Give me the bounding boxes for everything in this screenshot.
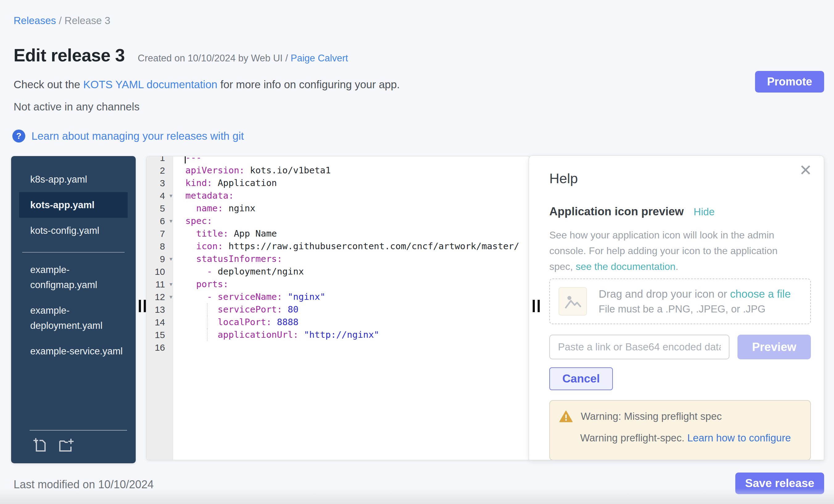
code-text: applicationUrl: "http://nginx" [173, 328, 379, 341]
line-number: 2 [147, 164, 173, 177]
sidebar-resize-handle[interactable] [139, 300, 146, 312]
code-line-6[interactable]: 6▾spec: [147, 215, 529, 227]
code-line-9[interactable]: 9▾ statusInformers: [147, 253, 529, 265]
code-text: - serviceName: "nginx" [173, 290, 325, 303]
line-number: 5 [147, 202, 173, 215]
cancel-button[interactable]: Cancel [549, 367, 613, 390]
dropzone-text: Drag and drop your icon or choose a file… [599, 288, 791, 315]
icon-preview-title: Application icon preview [549, 205, 684, 218]
git-help-row: ? Learn about managing your releases wit… [12, 130, 244, 143]
save-release-button[interactable]: Save release [735, 473, 824, 494]
code-lines: 1---2apiVersion: kots.io/v1beta13kind: A… [147, 156, 529, 354]
code-line-12[interactable]: 12▾ - serviceName: "nginx" [147, 290, 529, 303]
code-text: title: App Name [173, 227, 277, 240]
close-icon[interactable]: ✕ [799, 162, 812, 178]
dropzone-hint: File must be a .PNG, .JPEG, or .JPG [599, 303, 791, 315]
author-link[interactable]: Paige Calvert [290, 53, 348, 64]
sidebar-file-k8s-app.yaml[interactable]: k8s-app.yaml [19, 167, 128, 192]
breadcrumb: Releases / Release 3 [14, 15, 110, 26]
sidebar-file-kots-app.yaml[interactable]: kots-app.yaml [19, 192, 128, 218]
icon-preview-description: See how your application icon will look … [549, 227, 787, 275]
breadcrumb-separator: / [56, 15, 65, 26]
code-line-16[interactable]: 16 [147, 341, 529, 354]
line-number: 14 [147, 316, 173, 328]
choose-file-link[interactable]: choose a file [730, 288, 791, 300]
preview-button[interactable]: Preview [738, 335, 811, 359]
sidebar-file-example-configmap.yaml[interactable]: example-configmap.yaml [19, 257, 128, 298]
code-line-1[interactable]: 1--- [147, 156, 529, 164]
hide-link[interactable]: Hide [694, 206, 715, 218]
help-panel-resize-handle[interactable] [533, 300, 540, 312]
icon-dropzone[interactable]: Drag and drop your icon or choose a file… [549, 279, 811, 324]
icon-url-input[interactable] [549, 335, 729, 359]
warning-detail: Warning preflight-spec. [580, 432, 687, 443]
docs-suffix: for more info on configuring your app. [217, 78, 400, 90]
code-line-7[interactable]: 7 title: App Name [147, 227, 529, 240]
line-number: 16 [147, 341, 173, 354]
created-info: Created on 10/10/2024 by Web UI / Paige … [138, 53, 348, 64]
docs-prefix: Check out the [14, 78, 83, 90]
code-line-5[interactable]: 5 name: nginx [147, 202, 529, 215]
fold-arrow-icon[interactable]: ▾ [169, 290, 172, 303]
sidebar-file-example-service.yaml[interactable]: example-service.yaml [19, 338, 128, 364]
line-number: 8 [147, 240, 173, 253]
code-line-11[interactable]: 11▾ ports: [147, 278, 529, 290]
icon-preview-section: Application icon preview Hide [549, 205, 715, 218]
file-sidebar: k8s-app.yamlkots-app.yamlkots-config.yam… [11, 156, 136, 463]
git-releases-link[interactable]: Learn about managing your releases with … [31, 130, 244, 142]
code-line-10[interactable]: 10 - deployment/nginx [147, 265, 529, 278]
see-documentation-link[interactable]: see the documentation [575, 261, 676, 272]
code-text [173, 341, 185, 354]
line-number: 4▾ [147, 190, 173, 202]
kots-yaml-docs-link[interactable]: KOTS YAML documentation [83, 78, 217, 90]
sidebar-file-list: k8s-app.yamlkots-app.yamlkots-config.yam… [11, 156, 136, 364]
last-modified-text: Last modified on 10/10/2024 [14, 478, 154, 491]
fold-arrow-icon[interactable]: ▾ [169, 278, 172, 290]
code-line-15[interactable]: 15 applicationUrl: "http://nginx" [147, 328, 529, 341]
warning-triangle-icon [559, 410, 573, 423]
title-row: Edit release 3 Created on 10/10/2024 by … [14, 45, 348, 65]
code-text: servicePort: 80 [173, 303, 299, 316]
code-line-4[interactable]: 4▾metadata: [147, 190, 529, 202]
help-panel-title: Help [549, 171, 578, 187]
indent-guide [207, 303, 207, 316]
code-line-8[interactable]: 8 icon: https://raw.githubusercontent.co… [147, 240, 529, 253]
preflight-warning: Warning: Missing preflight spec Warning … [549, 400, 811, 460]
breadcrumb-current: Release 3 [64, 15, 110, 26]
sidebar-file-example-deployment.yaml[interactable]: example-deployment.yaml [19, 298, 128, 338]
sidebar-footer [29, 430, 127, 460]
image-placeholder-icon [558, 287, 587, 315]
code-text: statusInformers: [173, 253, 282, 265]
indent-guide [207, 328, 207, 341]
indent-guide [207, 316, 207, 328]
add-file-icon[interactable] [32, 437, 48, 453]
docs-line: Check out the KOTS YAML documentation fo… [14, 78, 400, 91]
created-text: Created on 10/10/2024 by Web UI / [138, 53, 291, 64]
code-line-13[interactable]: 13 servicePort: 80 [147, 303, 529, 316]
code-text: apiVersion: kots.io/v1beta1 [173, 164, 331, 177]
code-text: metadata: [173, 190, 234, 202]
line-number: 6▾ [147, 215, 173, 227]
learn-configure-link[interactable]: Learn how to configure [687, 432, 791, 443]
code-line-2[interactable]: 2apiVersion: kots.io/v1beta1 [147, 164, 529, 177]
code-text: --- [173, 156, 201, 164]
line-number: 12▾ [147, 290, 173, 303]
warning-title: Warning: Missing preflight spec [581, 411, 722, 422]
fold-arrow-icon[interactable]: ▾ [169, 253, 172, 265]
code-line-14[interactable]: 14 localPort: 8888 [147, 316, 529, 328]
text-cursor [185, 156, 186, 163]
line-number: 3 [147, 177, 173, 190]
code-text: ports: [173, 278, 228, 290]
add-folder-icon[interactable] [57, 437, 75, 453]
line-number: 15 [147, 328, 173, 341]
help-panel: ✕ Help Application icon preview Hide See… [529, 155, 824, 460]
promote-button[interactable]: Promote [755, 71, 824, 92]
question-circle-icon: ? [12, 130, 25, 143]
fold-arrow-icon[interactable]: ▾ [169, 190, 172, 202]
code-line-3[interactable]: 3kind: Application [147, 177, 529, 190]
fold-arrow-icon[interactable]: ▾ [169, 215, 172, 227]
code-editor[interactable]: 1---2apiVersion: kots.io/v1beta13kind: A… [146, 156, 529, 460]
sidebar-file-kots-config.yaml[interactable]: kots-config.yaml [19, 218, 128, 243]
line-number: 1 [147, 156, 173, 164]
breadcrumb-releases-link[interactable]: Releases [14, 15, 56, 26]
